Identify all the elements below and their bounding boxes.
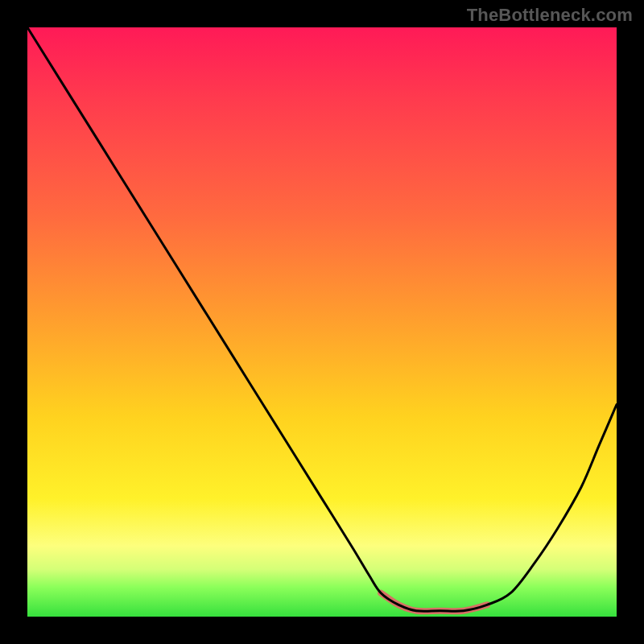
curve-layer: [27, 27, 617, 617]
watermark-text: TheBottleneck.com: [467, 5, 633, 26]
plot-area: [27, 27, 617, 617]
bottleneck-curve-line: [27, 27, 617, 611]
chart-stage: TheBottleneck.com: [0, 0, 644, 644]
